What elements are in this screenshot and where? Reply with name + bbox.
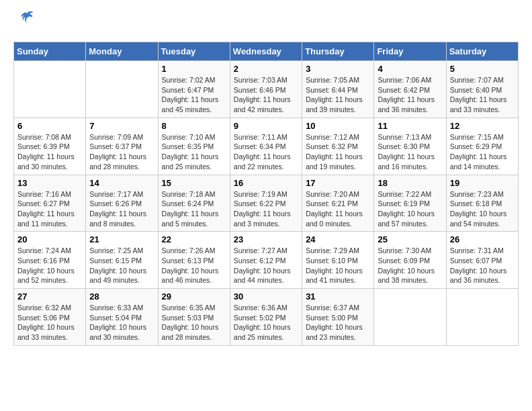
day-info: Sunrise: 7:12 AMSunset: 6:32 PMDaylight:… [306, 132, 370, 172]
day-of-week-header: Friday [374, 42, 446, 61]
logo-bird-icon [17, 9, 36, 31]
day-number: 7 [89, 121, 154, 131]
day-info: Sunrise: 7:23 AMSunset: 6:18 PMDaylight:… [450, 189, 515, 229]
calendar-cell: 11Sunrise: 7:13 AMSunset: 6:30 PMDayligh… [374, 118, 446, 175]
day-number: 22 [162, 234, 226, 244]
calendar-cell: 27Sunrise: 6:32 AMSunset: 5:06 PMDayligh… [14, 289, 86, 346]
day-number: 16 [234, 178, 298, 188]
calendar-cell: 12Sunrise: 7:15 AMSunset: 6:29 PMDayligh… [446, 118, 518, 175]
calendar-cell: 10Sunrise: 7:12 AMSunset: 6:32 PMDayligh… [302, 118, 374, 175]
calendar-cell: 30Sunrise: 6:36 AMSunset: 5:02 PMDayligh… [230, 289, 302, 346]
calendar-cell: 6Sunrise: 7:08 AMSunset: 6:39 PMDaylight… [14, 118, 86, 175]
day-info: Sunrise: 7:13 AMSunset: 6:30 PMDaylight:… [378, 132, 442, 172]
day-number: 21 [89, 234, 154, 244]
calendar-cell: 7Sunrise: 7:09 AMSunset: 6:37 PMDaylight… [86, 118, 158, 175]
day-info: Sunrise: 7:07 AMSunset: 6:40 PMDaylight:… [450, 75, 515, 115]
day-number: 18 [378, 178, 442, 188]
day-info: Sunrise: 7:29 AMSunset: 6:10 PMDaylight:… [306, 246, 370, 285]
calendar-cell: 19Sunrise: 7:23 AMSunset: 6:18 PMDayligh… [446, 175, 518, 232]
calendar-cell: 17Sunrise: 7:20 AMSunset: 6:21 PMDayligh… [302, 175, 374, 232]
calendar-cell: 26Sunrise: 7:31 AMSunset: 6:07 PMDayligh… [446, 232, 518, 289]
day-info: Sunrise: 7:25 AMSunset: 6:15 PMDaylight:… [89, 246, 154, 285]
calendar-cell: 20Sunrise: 7:24 AMSunset: 6:16 PMDayligh… [14, 232, 86, 289]
calendar-cell: 18Sunrise: 7:22 AMSunset: 6:19 PMDayligh… [374, 175, 446, 232]
day-info: Sunrise: 6:33 AMSunset: 5:04 PMDaylight:… [89, 303, 154, 342]
calendar-cell: 21Sunrise: 7:25 AMSunset: 6:15 PMDayligh… [86, 232, 158, 289]
calendar-cell [86, 61, 158, 118]
day-number: 19 [450, 178, 515, 188]
day-number: 9 [234, 121, 298, 131]
day-info: Sunrise: 7:24 AMSunset: 6:16 PMDaylight:… [17, 246, 82, 285]
day-number: 3 [306, 64, 370, 74]
day-number: 24 [306, 234, 370, 244]
day-info: Sunrise: 6:36 AMSunset: 5:02 PMDaylight:… [234, 303, 298, 342]
day-info: Sunrise: 7:09 AMSunset: 6:37 PMDaylight:… [89, 132, 154, 172]
day-info: Sunrise: 7:11 AMSunset: 6:34 PMDaylight:… [234, 132, 298, 172]
day-of-week-header: Thursday [302, 42, 374, 61]
page-header [13, 13, 519, 31]
day-number: 20 [17, 234, 82, 244]
day-info: Sunrise: 7:16 AMSunset: 6:27 PMDaylight:… [17, 189, 82, 229]
calendar-cell: 14Sunrise: 7:17 AMSunset: 6:26 PMDayligh… [86, 175, 158, 232]
day-number: 14 [89, 178, 154, 188]
calendar-cell: 28Sunrise: 6:33 AMSunset: 5:04 PMDayligh… [86, 289, 158, 346]
day-of-week-header: Wednesday [230, 42, 302, 61]
day-info: Sunrise: 7:03 AMSunset: 6:46 PMDaylight:… [234, 75, 298, 115]
day-number: 12 [450, 121, 515, 131]
day-number: 5 [450, 64, 515, 74]
calendar-cell: 9Sunrise: 7:11 AMSunset: 6:34 PMDaylight… [230, 118, 302, 175]
day-info: Sunrise: 7:20 AMSunset: 6:21 PMDaylight:… [306, 189, 370, 229]
calendar-cell [446, 289, 518, 346]
day-info: Sunrise: 7:06 AMSunset: 6:42 PMDaylight:… [378, 75, 442, 115]
day-of-week-header: Tuesday [158, 42, 230, 61]
day-number: 15 [162, 178, 226, 188]
day-number: 31 [306, 291, 370, 302]
day-info: Sunrise: 7:26 AMSunset: 6:13 PMDaylight:… [162, 246, 226, 285]
day-number: 4 [378, 64, 442, 74]
day-of-week-header: Monday [86, 42, 158, 61]
day-of-week-header: Sunday [14, 42, 86, 61]
day-info: Sunrise: 6:35 AMSunset: 5:03 PMDaylight:… [162, 303, 226, 342]
day-info: Sunrise: 7:08 AMSunset: 6:39 PMDaylight:… [17, 132, 82, 172]
calendar-cell: 31Sunrise: 6:37 AMSunset: 5:00 PMDayligh… [302, 289, 374, 346]
day-info: Sunrise: 7:02 AMSunset: 6:47 PMDaylight:… [162, 75, 226, 115]
calendar-cell: 15Sunrise: 7:18 AMSunset: 6:24 PMDayligh… [158, 175, 230, 232]
day-number: 6 [17, 121, 82, 131]
calendar-cell: 24Sunrise: 7:29 AMSunset: 6:10 PMDayligh… [302, 232, 374, 289]
day-number: 13 [17, 178, 82, 188]
calendar-cell: 29Sunrise: 6:35 AMSunset: 5:03 PMDayligh… [158, 289, 230, 346]
calendar-cell: 5Sunrise: 7:07 AMSunset: 6:40 PMDaylight… [446, 61, 518, 118]
day-info: Sunrise: 6:37 AMSunset: 5:00 PMDaylight:… [306, 303, 370, 342]
day-number: 25 [378, 234, 442, 244]
calendar-table: SundayMondayTuesdayWednesdayThursdayFrid… [13, 42, 519, 346]
calendar-cell: 2Sunrise: 7:03 AMSunset: 6:46 PMDaylight… [230, 61, 302, 118]
calendar-cell: 23Sunrise: 7:27 AMSunset: 6:12 PMDayligh… [230, 232, 302, 289]
day-number: 27 [17, 291, 82, 302]
day-info: Sunrise: 7:22 AMSunset: 6:19 PMDaylight:… [378, 189, 442, 229]
logo [13, 13, 36, 31]
calendar-cell: 22Sunrise: 7:26 AMSunset: 6:13 PMDayligh… [158, 232, 230, 289]
calendar-cell: 8Sunrise: 7:10 AMSunset: 6:35 PMDaylight… [158, 118, 230, 175]
day-info: Sunrise: 7:18 AMSunset: 6:24 PMDaylight:… [162, 189, 226, 229]
day-number: 17 [306, 178, 370, 188]
day-info: Sunrise: 7:05 AMSunset: 6:44 PMDaylight:… [306, 75, 370, 115]
calendar-cell [374, 289, 446, 346]
day-info: Sunrise: 7:17 AMSunset: 6:26 PMDaylight:… [89, 189, 154, 229]
day-info: Sunrise: 7:30 AMSunset: 6:09 PMDaylight:… [378, 246, 442, 285]
day-of-week-header: Saturday [446, 42, 518, 61]
day-number: 11 [378, 121, 442, 131]
calendar-cell: 1Sunrise: 7:02 AMSunset: 6:47 PMDaylight… [158, 61, 230, 118]
day-number: 28 [89, 291, 154, 302]
calendar-cell: 25Sunrise: 7:30 AMSunset: 6:09 PMDayligh… [374, 232, 446, 289]
day-number: 2 [234, 64, 298, 74]
calendar-cell: 13Sunrise: 7:16 AMSunset: 6:27 PMDayligh… [14, 175, 86, 232]
day-info: Sunrise: 7:10 AMSunset: 6:35 PMDaylight:… [162, 132, 226, 172]
day-info: Sunrise: 7:15 AMSunset: 6:29 PMDaylight:… [450, 132, 515, 172]
day-number: 30 [234, 291, 298, 302]
day-number: 8 [162, 121, 226, 131]
day-info: Sunrise: 7:31 AMSunset: 6:07 PMDaylight:… [450, 246, 515, 285]
calendar-cell [14, 61, 86, 118]
day-number: 23 [234, 234, 298, 244]
calendar-cell: 3Sunrise: 7:05 AMSunset: 6:44 PMDaylight… [302, 61, 374, 118]
day-info: Sunrise: 7:27 AMSunset: 6:12 PMDaylight:… [234, 246, 298, 285]
